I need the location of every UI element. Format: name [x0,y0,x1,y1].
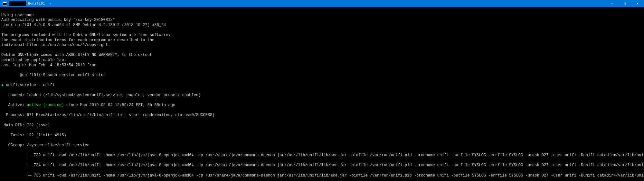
titlebar-controls: — ❐ ✕ [605,0,644,7]
status-header: ● unifi.service - unifi [1,83,643,88]
motd-line [1,28,643,33]
terminal-output[interactable]: Using usernameAuthenticating with public… [0,7,644,181]
motd-line: Last login: Mon Feb 4 18:53:54 2019 from [1,63,643,68]
terminal-icon [3,1,7,6]
maximize-button[interactable]: ❐ [618,0,631,7]
motd-line: Linux unifi01 4.9.0-8-amd64 #1 SMP Debia… [1,23,643,28]
cgroup-line: ├─ 734 unifi -cwd /usr/lib/unifi -home /… [1,163,643,168]
status-process: Process: 671 ExecStart=/usr/lib/unifi/bi… [1,113,643,118]
motd-line: the exact distribution terms for each pr… [1,38,643,43]
motd-line: The programs included with the Debian GN… [1,33,643,38]
prompt-line: @unifi01:~$ sudo service unifi status [1,73,643,78]
svg-rect-1 [3,2,7,3]
cgroup-line: ├─ 735 unifi -cwd /usr/lib/unifi -home /… [1,173,643,178]
motd-line [1,48,643,53]
motd-line: individual files in /usr/share/doc/*/cop… [1,43,643,48]
status-mainpid: Main PID: 732 (jsvc) [1,123,643,128]
status-loaded: Loaded: loaded (/lib/systemd/system/unif… [1,93,643,98]
motd-line: Debian GNU/Linux comes with ABSOLUTELY N… [1,53,643,58]
minimize-button[interactable]: — [605,0,618,7]
motd-line: Authenticating with public key "rsa-key-… [1,18,643,23]
cgroup-line: ├─ 732 unifi -cwd /usr/lib/unifi -home /… [1,153,643,158]
motd-line: Using username [1,13,643,18]
status-active: Active: active (running) since Mon 2019-… [1,103,643,108]
redacted-user: ████████ [9,1,26,6]
titlebar-left: ████████ @unifi01: ~ [3,1,51,6]
status-cgroup: CGroup: /system.slice/unifi.service [1,143,643,148]
window-title: @unifi01: ~ [28,1,52,6]
close-button[interactable]: ✕ [631,0,644,7]
window-titlebar: ████████ @unifi01: ~ — ❐ ✕ [0,0,644,7]
motd-line: permitted by applicable law. [1,58,643,63]
status-tasks: Tasks: 122 (limit: 4915) [1,133,643,138]
